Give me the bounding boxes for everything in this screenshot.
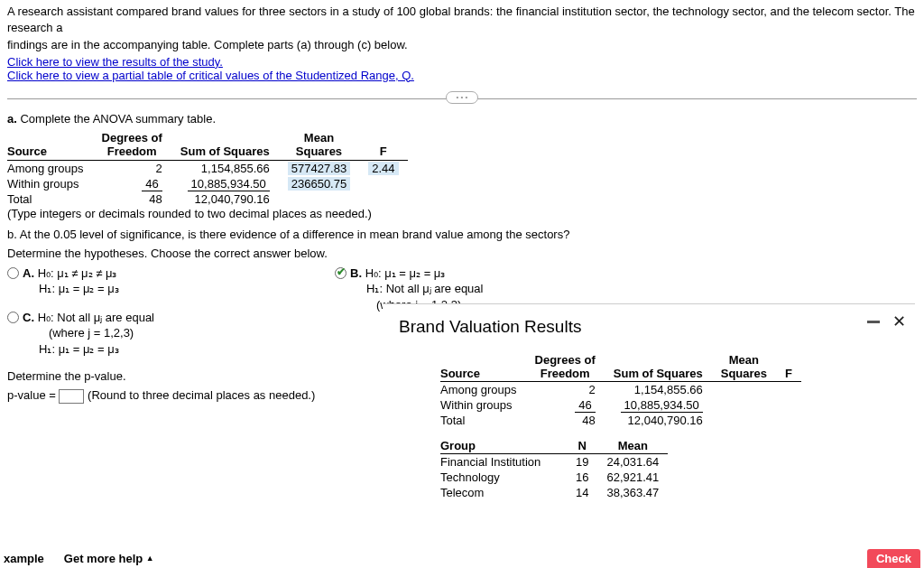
anova-row-within: Within groups 46 10,885,934.50 236650.75 [7,176,408,191]
option-c[interactable]: C. H₀: Not all μⱼ are equal (where j = 1… [7,310,154,358]
radio-b[interactable] [335,267,346,279]
example-button[interactable]: xample [4,552,44,565]
intro-line2: findings are in the accompanying table. … [7,37,917,53]
anova-table: Source Degrees ofFreedom Sum of Squares … [7,131,917,220]
anova-note: (Type integers or decimals rounded to tw… [7,207,917,220]
anova-h-ss: Sum of Squares [171,131,279,161]
pvalue-prefix: p-value = [7,388,56,402]
close-icon[interactable]: ✕ [892,312,906,331]
part-a-label: a. [7,112,17,126]
link-q-table[interactable]: Click here to view a partial table of cr… [7,69,414,82]
caret-up-icon: ▲ [146,554,154,563]
expand-handle[interactable]: • • • [446,91,478,104]
anova-row-among: Among groups 2 1,154,855.66 577427.83 2.… [7,160,408,176]
bottom-bar: xample Get more help ▲ Check [0,548,924,568]
part-a-text: Complete the ANOVA summary table. [20,112,216,126]
pvalue-note: (Round to three decimal places as needed… [88,388,315,402]
minimize-icon[interactable] [867,321,880,323]
help-button[interactable]: Get more help ▲ [64,552,154,565]
anova-h-source: Source [7,131,93,161]
check-button[interactable]: Check [867,549,920,568]
dialog-group-table: Group N Mean Financial Institution1924,0… [440,439,668,500]
anova-h-df: Degrees ofFreedom [93,131,171,161]
pvalue-input[interactable] [59,389,84,404]
option-a[interactable]: A. H₀: μ₁ ≠ μ₂ ≠ μ₃ H₁: μ₁ = μ₂ = μ₃ [7,265,154,297]
part-b-sub: Determine the hypotheses. Choose the cor… [7,247,917,260]
anova-h-f: F [359,131,407,161]
intro-line1: A research assistant compared brand valu… [7,4,917,35]
part-b: b. At the 0.05 level of significance, is… [7,228,917,241]
ms-within-input[interactable]: 236650.75 [288,177,350,191]
anova-h-ms: MeanSquares [279,131,359,161]
f-among-input[interactable]: 2.44 [368,162,398,175]
dialog-title: Brand Valuation Results [399,317,899,337]
anova-row-total: Total 48 12,040,790.16 [7,191,408,207]
radio-a[interactable] [7,267,19,279]
part-a: a. Complete the ANOVA summary table. [7,112,917,126]
radio-c[interactable] [7,312,19,323]
link-study[interactable]: Click here to view the results of the st… [7,55,223,69]
results-dialog: ✕ Brand Valuation Results Source Degrees… [383,303,915,538]
dialog-anova-table: Source Degrees ofFreedom Sum of Squares … [440,353,801,428]
ms-among-input[interactable]: 577427.83 [288,162,350,175]
